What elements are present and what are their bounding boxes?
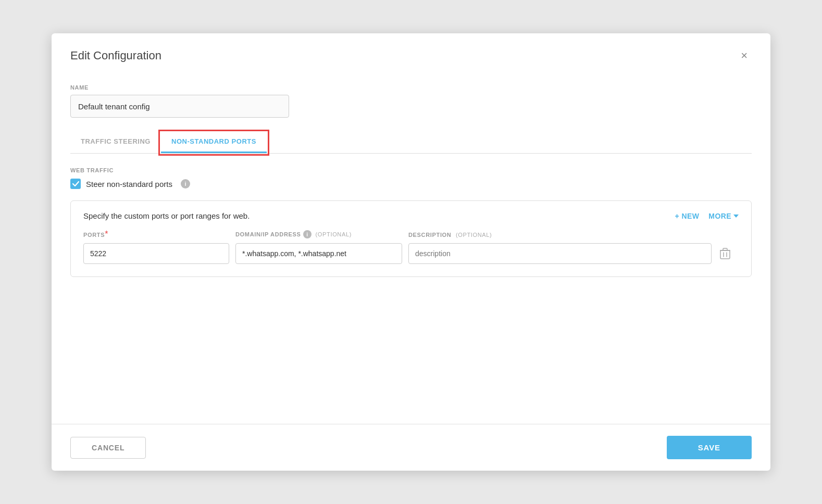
tab-traffic-steering[interactable]: TRAFFIC STEERING bbox=[70, 132, 161, 153]
delete-cell bbox=[718, 246, 739, 261]
ports-card: Specify the custom ports or port ranges … bbox=[70, 200, 752, 277]
tabs-section: TRAFFIC STEERING NON-STANDARD PORTS bbox=[70, 132, 752, 154]
card-top-row: Specify the custom ports or port ranges … bbox=[83, 211, 739, 220]
save-button[interactable]: SAVE bbox=[667, 436, 752, 459]
ports-cell bbox=[83, 243, 229, 264]
close-button[interactable]: × bbox=[737, 48, 752, 64]
chevron-down-icon bbox=[733, 215, 739, 218]
more-button[interactable]: MORE bbox=[708, 212, 739, 220]
domain-cell bbox=[235, 243, 402, 264]
description-cell bbox=[408, 243, 712, 264]
card-description: Specify the custom ports or port ranges … bbox=[83, 211, 250, 220]
name-field-group: NAME bbox=[70, 84, 752, 118]
ports-input[interactable] bbox=[83, 243, 229, 264]
new-button[interactable]: + NEW bbox=[675, 212, 699, 220]
domain-input[interactable] bbox=[235, 243, 402, 264]
dialog-title: Edit Configuration bbox=[70, 49, 161, 62]
dialog-header: Edit Configuration × bbox=[52, 33, 770, 74]
steer-checkbox-row: Steer non-standard ports i bbox=[70, 179, 752, 189]
tab-non-standard-ports[interactable]: NON-STANDARD PORTS bbox=[161, 132, 267, 153]
ports-column-header: PORTS* bbox=[83, 230, 229, 239]
web-traffic-label: WEB TRAFFIC bbox=[70, 167, 752, 173]
edit-configuration-dialog: Edit Configuration × NAME TRAFFIC STEERI… bbox=[52, 33, 770, 471]
domain-info-icon[interactable]: i bbox=[303, 230, 312, 238]
name-label: NAME bbox=[70, 84, 752, 91]
steer-checkbox-label: Steer non-standard ports bbox=[86, 180, 172, 188]
domain-column-header: DOMAIN/IP ADDRESS i (Optional) bbox=[235, 230, 402, 238]
delete-row-button[interactable] bbox=[718, 246, 732, 261]
table-header-row: PORTS* DOMAIN/IP ADDRESS i (Optional) DE… bbox=[83, 230, 739, 239]
description-input[interactable] bbox=[408, 243, 712, 264]
steer-checkbox[interactable] bbox=[70, 179, 81, 189]
card-actions: + NEW MORE bbox=[675, 212, 739, 220]
tabs-row: TRAFFIC STEERING NON-STANDARD PORTS bbox=[70, 132, 752, 153]
required-star: * bbox=[105, 230, 108, 238]
name-input[interactable] bbox=[70, 95, 289, 118]
dialog-footer: CANCEL SAVE bbox=[52, 424, 770, 471]
steer-info-icon[interactable]: i bbox=[181, 179, 190, 188]
cancel-button[interactable]: CANCEL bbox=[70, 437, 146, 459]
dialog-body: NAME TRAFFIC STEERING NON-STANDARD PORTS… bbox=[52, 74, 770, 424]
table-row bbox=[83, 243, 739, 264]
svg-rect-0 bbox=[720, 250, 730, 259]
description-column-header: DESCRIPTION (Optional) bbox=[408, 230, 712, 239]
